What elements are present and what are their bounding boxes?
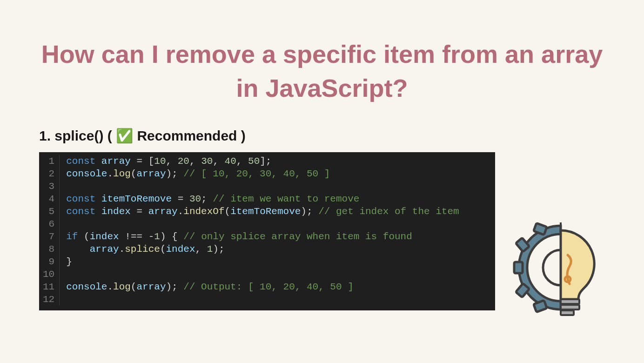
line-number: 2 [43,168,54,180]
line-number: 5 [43,205,54,218]
code-line [66,218,459,230]
code-line: array.splice(index, 1); [66,243,459,255]
code-line: } [66,255,459,268]
code-line: console.log(array); // [ 10, 20, 30, 40,… [66,168,459,180]
section-heading: 1. splice() ( ✅ Recommended ) [39,128,644,144]
page-title: How can I remove a specific item from an… [0,0,644,105]
line-number: 10 [43,268,54,281]
line-number: 11 [43,281,54,293]
code-line [66,293,459,306]
code-line: const index = array.indexOf(itemToRemove… [66,205,459,218]
line-number: 7 [43,230,54,243]
code-line: const array = [10, 20, 30, 40, 50]; [66,155,459,168]
code-line: console.log(array); // Output: [ 10, 20,… [66,281,459,293]
line-number: 9 [43,255,54,268]
svg-rect-10 [561,310,574,315]
svg-rect-9 [561,305,579,309]
code-line: if (index !== -1) { // only splice array… [66,230,459,243]
line-number: 4 [43,193,54,205]
line-number: 3 [43,180,54,193]
gear-bulb-icon [507,214,614,321]
svg-rect-0 [514,262,523,273]
svg-rect-8 [561,299,579,304]
line-number: 6 [43,218,54,230]
code-line [66,268,459,281]
code-block: 123456789101112 const array = [10, 20, 3… [39,152,495,310]
line-number: 1 [43,155,54,168]
code-gutter: 123456789101112 [39,155,60,306]
code-line [66,180,459,193]
line-number: 8 [43,243,54,255]
code-content: const array = [10, 20, 30, 40, 50];conso… [60,155,459,306]
code-line: const itemToRemove = 30; // item we want… [66,193,459,205]
line-number: 12 [43,293,54,306]
